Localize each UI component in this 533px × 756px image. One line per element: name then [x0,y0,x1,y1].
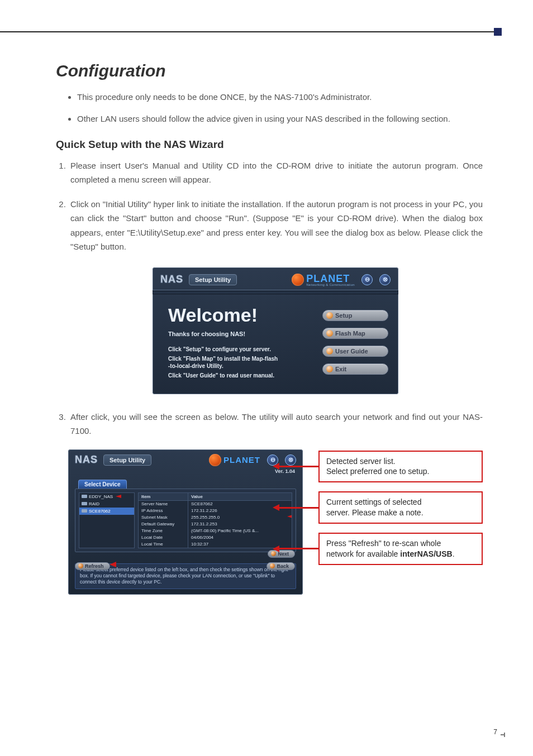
user-guide-button-label: User Guide [335,348,368,355]
device-list-item-selected: SCE87062 [79,508,134,515]
page-corner-decor [501,733,507,739]
callout-arrow-icon [273,504,318,511]
setup-utility-tab[interactable]: Setup Utility [103,454,151,466]
back-button-label: Back [277,563,289,569]
button-dot-icon [326,330,333,337]
device-icon [82,495,87,498]
table-row: Local Date04/06/2004 [139,534,292,541]
callout-line: network for available interNAS/USB. [326,549,475,559]
flash-map-button[interactable]: Flash Map [322,328,388,339]
welcome-line-flashmap-1: Click "Flash Map" to install the Map-fla… [168,356,310,362]
setup-button-label: Setup [335,312,353,319]
callout-line: Press "Refresh" to re-scan whole [326,538,475,549]
figure-select-device-screenshot: NAS Setup Utility PLANET ⊖ ⊗ Ver. 1 [68,449,483,595]
close-button[interactable]: ⊗ [379,274,391,285]
button-dot-icon [326,348,333,355]
red-arrow-icon [287,515,292,518]
callout-refresh: Press "Refresh" to re-scan whole network… [318,533,483,565]
intro-bullet-1: This procedure only needs to be done ONC… [77,90,483,104]
quick-setup-heading: Quick Setup with the NAS Wizard [56,138,483,151]
flash-map-button-label: Flash Map [335,330,365,337]
callout-detected-list: Detected server list. Select preferred o… [318,451,483,483]
table-row: IP Address172.31.2.226 [139,508,292,514]
planet-brand-subtext: Networking & Communication [306,283,355,286]
callout-arrow-icon [273,546,318,552]
welcome-line-flashmap-2: -to-local-drive Utility. [168,363,310,369]
intro-bullets: This procedure only needs to be done ONC… [56,90,483,126]
table-header-item: Item [139,493,188,500]
header-rule [0,31,497,32]
table-row: Time Zone(GMT-08:00) Pacific Time (US &.… [139,528,292,534]
planet-logo: PLANET Networking & Communication [292,273,355,286]
table-row: Subnet Mask255.255.255.0 [139,514,292,521]
version-label: Ver. 1.04 [68,468,303,476]
refresh-button-label: Refresh [85,563,104,569]
minimize-button[interactable]: ⊖ [361,274,373,285]
table-row: Default Gateway172.31.2.253 [139,521,292,528]
welcome-heading: Welcome! [168,304,310,326]
callout-line: Detected server list. [326,456,475,467]
intro-bullet-2: Other LAN users should follow the advice… [77,112,483,126]
nas-badge: NAS [160,274,183,285]
device-list-item: EDDY_NAS [79,493,134,500]
select-device-tab[interactable]: Select Device [78,480,127,489]
page-title: Configuration [56,61,483,80]
device-icon [82,502,87,505]
button-dot-icon [326,312,333,319]
callout-line: Select preferred one to setup. [326,466,475,477]
callout-current-settings: Current settings of selected server. Ple… [318,491,483,524]
step-3: After click, you will see the screen as … [68,410,483,438]
callout-arrow-icon [273,463,318,470]
header-square-decor [494,28,502,36]
setup-utility-tab[interactable]: Setup Utility [189,274,237,285]
device-settings-table: Item Value Server NameSCE87062 IP Addres… [138,492,292,548]
callout-line: server. Please make a note. [326,508,475,518]
page-number: 7 [493,728,497,736]
refresh-button[interactable]: Refresh [75,562,110,570]
refresh-arrow [106,559,116,569]
table-header-value: Value [188,493,292,500]
red-arrow-icon [116,495,121,498]
figure-welcome-screenshot: NAS Setup Utility PLANET Networking & Co… [68,267,483,394]
welcome-line-setup: Click "Setup" to configure your server. [168,346,310,352]
device-icon [82,509,87,513]
setup-button[interactable]: Setup [322,310,388,321]
user-guide-button[interactable]: User Guide [322,346,388,357]
welcome-thanks-line: Thanks for choosing NAS! [168,331,310,337]
setup-utility-window: NAS Setup Utility PLANET Networking & Co… [153,267,398,394]
step-1: Please insert User's Manual and Utility … [68,159,483,187]
nas-badge: NAS [75,454,98,466]
exit-button[interactable]: Exit [322,363,388,375]
button-dot-icon [270,563,275,568]
exit-button-label: Exit [335,366,346,372]
step-2: Click on "Initial Utility" hyper link to… [68,197,483,254]
welcome-line-userguide: Click "User Guide" to read user manual. [168,372,310,379]
back-button[interactable]: Back [266,562,295,570]
callout-line: Current settings of selected [326,497,475,508]
planet-globe-icon [292,274,304,286]
setup-steps: Please insert User's Manual and Utility … [56,159,483,595]
planet-brand-text: PLANET [223,455,260,465]
table-row: Local Time10:32:37 [139,541,292,548]
device-list[interactable]: EDDY_NAS RAID SCE87062 [79,492,135,548]
table-row: Server NameSCE87062 [139,501,292,508]
device-list-item: RAID [79,500,134,508]
select-device-window: NAS Setup Utility PLANET ⊖ ⊗ Ver. 1 [68,449,303,595]
planet-globe-icon [209,454,221,466]
planet-logo: PLANET [209,454,260,466]
button-dot-icon [326,366,333,372]
button-dot-icon [78,563,83,568]
